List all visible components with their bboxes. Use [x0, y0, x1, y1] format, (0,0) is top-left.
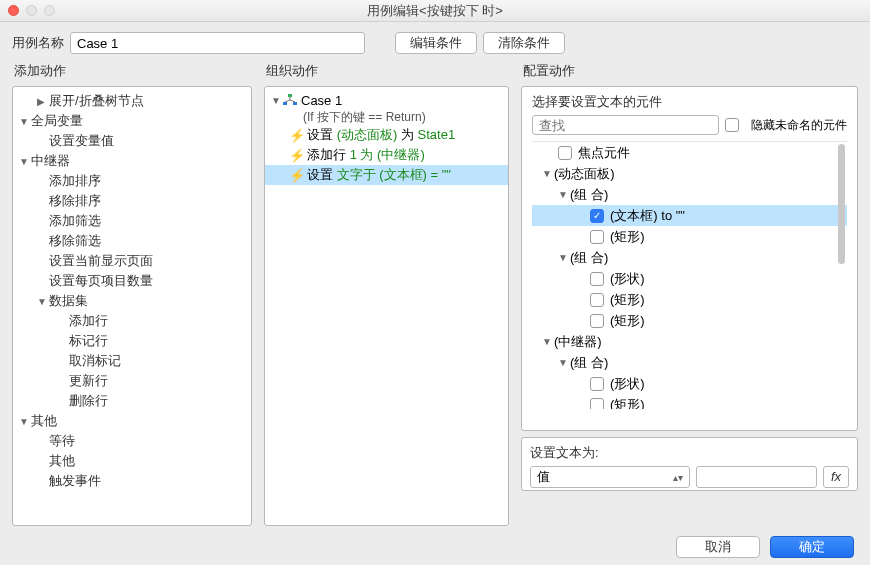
- widget-textbox[interactable]: ✓(文本框) to "": [532, 205, 847, 226]
- clear-condition-button[interactable]: 清除条件: [483, 32, 565, 54]
- case-header-row: 用例名称 编辑条件 清除条件: [0, 22, 870, 60]
- right-column-heading: 配置动作: [521, 60, 858, 86]
- tree-item-set-page-items[interactable]: ▶设置每页项目数量: [13, 271, 251, 291]
- set-text-value-input[interactable]: [696, 466, 817, 488]
- cancel-button[interactable]: 取消: [676, 536, 760, 558]
- bolt-icon: ⚡: [289, 148, 301, 163]
- case-name-input[interactable]: [70, 32, 365, 54]
- tree-group-globals[interactable]: ▼全局变量: [13, 111, 251, 131]
- set-text-panel: 设置文本为: 值 ▴▾ fx: [521, 437, 858, 491]
- dialog-footer: 取消 确定: [0, 526, 870, 565]
- widget-group-1[interactable]: ▼(组 合): [532, 184, 847, 205]
- action-row-1[interactable]: ⚡ 设置 (动态面板) 为 State1: [265, 125, 508, 145]
- svg-rect-2: [293, 102, 297, 105]
- hide-unnamed-checkbox[interactable]: [725, 118, 739, 132]
- widget-tree: 焦点元件 ▼(动态面板) ▼(组 合) ✓(文本框) to "" (矩形) ▼(…: [532, 141, 847, 409]
- search-input[interactable]: [532, 115, 719, 135]
- organize-actions-panel: ▼ Case 1 (If 按下的键 == Return) ⚡ 设置 (动态面板)…: [264, 86, 509, 526]
- widget-shape-2[interactable]: (形状): [532, 373, 847, 394]
- tree-item-add-filter[interactable]: ▶添加筛选: [13, 211, 251, 231]
- tree-item-add-sort[interactable]: ▶添加排序: [13, 171, 251, 191]
- widget-group-2[interactable]: ▼(组 合): [532, 247, 847, 268]
- window-controls: [8, 5, 55, 16]
- tree-item-remove-sort[interactable]: ▶移除排序: [13, 191, 251, 211]
- tree-item-ds-unmark[interactable]: 取消标记: [13, 351, 251, 371]
- chevron-updown-icon: ▴▾: [673, 472, 683, 483]
- tree-item-wait[interactable]: ▶等待: [13, 431, 251, 451]
- window-title: 用例编辑<按键按下 时>: [367, 2, 503, 20]
- tree-item-set-var[interactable]: ▶设置变量值: [13, 131, 251, 151]
- mid-column-heading: 组织动作: [264, 60, 509, 86]
- minimize-icon: [26, 5, 37, 16]
- widget-focus[interactable]: 焦点元件: [532, 142, 847, 163]
- titlebar: 用例编辑<按键按下 时>: [0, 0, 870, 22]
- bolt-icon: ⚡: [289, 128, 301, 143]
- fx-button[interactable]: fx: [823, 466, 849, 488]
- tree-item-ds-add[interactable]: 添加行: [13, 311, 251, 331]
- add-action-panel: ▶展开/折叠树节点 ▼全局变量 ▶设置变量值 ▼中继器 ▶添加排序 ▶移除排序 …: [12, 86, 252, 526]
- tree-group-others[interactable]: ▼其他: [13, 411, 251, 431]
- widget-rect-3[interactable]: (矩形): [532, 310, 847, 331]
- action-row-3[interactable]: ⚡ 设置 文字于 (文本框) = "": [265, 165, 508, 185]
- case-flow-icon: [283, 94, 297, 106]
- tree-item-remove-filter[interactable]: ▶移除筛选: [13, 231, 251, 251]
- widget-rect-2[interactable]: (矩形): [532, 289, 847, 310]
- case-name-label: 用例名称: [12, 34, 64, 52]
- tree-group-repeater[interactable]: ▼中继器: [13, 151, 251, 171]
- tree-item-fire[interactable]: ▶触发事件: [13, 471, 251, 491]
- tree-item-other[interactable]: ▶其他: [13, 451, 251, 471]
- tree-group-dataset[interactable]: ▼数据集: [13, 291, 251, 311]
- tree-item-expand[interactable]: ▶展开/折叠树节点: [13, 91, 251, 111]
- hide-unnamed-label: 隐藏未命名的元件: [751, 117, 847, 134]
- widget-dpanel[interactable]: ▼(动态面板): [532, 163, 847, 184]
- widget-repeater[interactable]: ▼(中继器): [532, 331, 847, 352]
- widget-shape-1[interactable]: (形状): [532, 268, 847, 289]
- bolt-icon: ⚡: [289, 168, 301, 183]
- close-icon[interactable]: [8, 5, 19, 16]
- select-widget-label: 选择要设置文本的元件: [532, 93, 847, 111]
- set-text-select[interactable]: 值 ▴▾: [530, 466, 690, 488]
- tree-item-ds-mark[interactable]: 标记行: [13, 331, 251, 351]
- action-row-2[interactable]: ⚡ 添加行 1 为 (中继器): [265, 145, 508, 165]
- case-name-text: Case 1: [301, 93, 342, 108]
- scrollbar[interactable]: [838, 144, 845, 264]
- ok-button[interactable]: 确定: [770, 536, 854, 558]
- widget-rect-4[interactable]: (矩形): [532, 394, 847, 409]
- widget-group-3[interactable]: ▼(组 合): [532, 352, 847, 373]
- maximize-icon: [44, 5, 55, 16]
- edit-condition-button[interactable]: 编辑条件: [395, 32, 477, 54]
- svg-rect-0: [288, 94, 292, 97]
- configure-panel: 选择要设置文本的元件 隐藏未命名的元件 焦点元件 ▼(动态面板) ▼(组 合) …: [521, 86, 858, 431]
- tree-item-set-page[interactable]: ▶设置当前显示页面: [13, 251, 251, 271]
- left-column-heading: 添加动作: [12, 60, 252, 86]
- set-text-label: 设置文本为:: [530, 444, 849, 462]
- svg-rect-1: [283, 102, 287, 105]
- tree-item-ds-delete[interactable]: 删除行: [13, 391, 251, 411]
- widget-rect-1[interactable]: (矩形): [532, 226, 847, 247]
- case-condition: (If 按下的键 == Return): [265, 109, 508, 125]
- tree-item-ds-update[interactable]: 更新行: [13, 371, 251, 391]
- case-node[interactable]: ▼ Case 1: [265, 91, 508, 109]
